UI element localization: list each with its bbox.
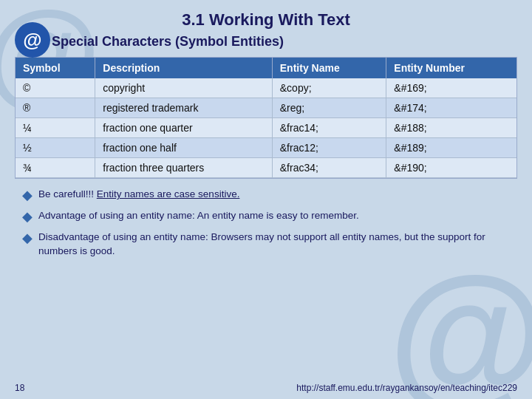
at-icon: @ (15, 22, 50, 58)
table-cell-0-2: &copy; (272, 78, 386, 98)
table-cell-4-2: &frac34; (272, 158, 386, 178)
col-header-entity-number: Entity Number (386, 58, 516, 78)
table-cell-2-3: &#188; (386, 118, 516, 138)
bullet-item-3: ◆ Disadvantage of using an entity name: … (22, 231, 517, 259)
col-header-entity-name: Entity Name (272, 58, 386, 78)
table-cell-4-3: &#190; (386, 158, 516, 178)
table-cell-2-0: ¼ (16, 118, 95, 138)
table-row: ¾fraction three quarters&frac34;&#190; (16, 158, 516, 178)
bullet-1-underline: Entity names are case sensitive. (97, 188, 240, 200)
table-header-row: Symbol Description Entity Name Entity Nu… (16, 58, 516, 78)
bullet-text-2: Advantage of using an entity name: An en… (38, 209, 359, 223)
page-title: 3.1 Working With Text (15, 10, 517, 30)
table-cell-0-1: copyright (95, 78, 273, 98)
table-row: ½fraction one half&frac12;&#189; (16, 138, 516, 158)
table-cell-2-2: &frac14; (272, 118, 386, 138)
bullet-diamond-3: ◆ (22, 230, 33, 246)
table-cell-0-3: &#169; (386, 78, 516, 98)
bullet-item-2: ◆ Advantage of using an entity name: An … (22, 209, 517, 225)
table-cell-3-3: &#189; (386, 138, 516, 158)
bullet-item-1: ◆ Be carefull!!! Entity names are case s… (22, 188, 517, 203)
table-cell-1-0: ® (16, 98, 95, 118)
table-cell-1-3: &#174; (386, 98, 516, 118)
table-cell-3-1: fraction one half (95, 138, 273, 158)
table-cell-3-2: &frac12; (272, 138, 386, 158)
bullet-diamond-2: ◆ (22, 208, 33, 225)
table-row: ®registered trademark&reg;&#174; (16, 98, 516, 118)
table-cell-1-1: registered trademark (95, 98, 273, 118)
bullet-text-1: Be carefull!!! Entity names are case sen… (38, 188, 239, 202)
table-cell-0-0: © (16, 78, 95, 98)
symbols-table: Symbol Description Entity Name Entity Nu… (15, 57, 517, 179)
col-header-symbol: Symbol (16, 58, 95, 78)
footer-url: http://staff.emu.edu.tr/raygankansoy/en/… (296, 383, 517, 393)
table-cell-2-1: fraction one quarter (95, 118, 273, 138)
section-subtitle: Special Characters (Symbol Entities) (52, 34, 517, 50)
table-cell-4-0: ¾ (16, 158, 95, 178)
table-row: ¼fraction one quarter&frac14;&#188; (16, 118, 516, 138)
page-number: 18 (15, 383, 24, 393)
bullets-section: ◆ Be carefull!!! Entity names are case s… (22, 188, 517, 259)
table-row: ©copyright&copy;&#169; (16, 78, 516, 98)
table-cell-3-0: ½ (16, 138, 95, 158)
bullet-text-3: Disadvantage of using an entity name: Br… (38, 231, 517, 259)
bullet-diamond-1: ◆ (22, 187, 33, 203)
footer: 18 http://staff.emu.edu.tr/raygankansoy/… (15, 383, 517, 393)
table-cell-1-2: &reg; (272, 98, 386, 118)
col-header-description: Description (95, 58, 273, 78)
table-cell-4-1: fraction three quarters (95, 158, 273, 178)
